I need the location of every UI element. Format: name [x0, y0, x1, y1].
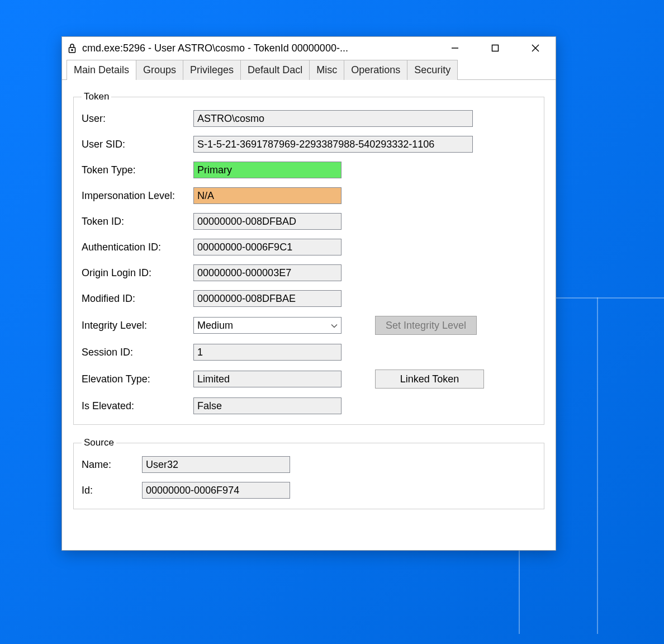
impersonation-level-field[interactable]: N/A: [193, 187, 342, 204]
impersonation-level-label: Impersonation Level:: [82, 190, 193, 202]
tab-groups[interactable]: Groups: [136, 60, 183, 80]
integrity-level-label: Integrity Level:: [82, 320, 193, 332]
elevation-type-field[interactable]: Limited: [193, 371, 342, 387]
maximize-button[interactable]: [475, 37, 515, 59]
tab-operations[interactable]: Operations: [344, 60, 407, 80]
origin-login-id-label: Origin Login ID:: [82, 267, 193, 279]
tab-main-details[interactable]: Main Details: [67, 60, 136, 80]
window-titlebar[interactable]: cmd.exe:5296 - User ASTRO\cosmo - TokenI…: [62, 37, 556, 59]
tab-privileges[interactable]: Privileges: [183, 60, 241, 80]
tab-misc[interactable]: Misc: [309, 60, 344, 80]
source-groupbox: Source Name: User32 Id: 00000000-0006F97…: [73, 437, 544, 509]
tab-default-dacl[interactable]: Default Dacl: [240, 60, 310, 80]
source-name-label: Name:: [82, 459, 142, 471]
token-id-field[interactable]: 00000000-008DFBAD: [193, 213, 342, 230]
window-controls: [435, 37, 556, 59]
source-id-field[interactable]: 00000000-0006F974: [142, 482, 290, 499]
integrity-level-combo[interactable]: Medium: [193, 317, 342, 334]
integrity-level-value: Medium: [197, 320, 233, 332]
origin-login-id-field[interactable]: 00000000-000003E7: [193, 264, 342, 281]
token-type-field[interactable]: Primary: [193, 162, 342, 178]
modified-id-label: Modified ID:: [82, 293, 193, 305]
minimize-button[interactable]: [435, 37, 475, 59]
token-groupbox: Token User: ASTRO\cosmo User SID: S-1-5-…: [73, 91, 544, 425]
tab-content-main-details: Token User: ASTRO\cosmo User SID: S-1-5-…: [62, 79, 556, 548]
svg-rect-3: [492, 45, 499, 51]
user-sid-label: User SID:: [82, 139, 193, 150]
is-elevated-field[interactable]: False: [193, 397, 342, 414]
token-id-label: Token ID:: [82, 216, 193, 228]
is-elevated-label: Is Elevated:: [82, 400, 193, 412]
elevation-type-label: Elevation Type:: [82, 373, 193, 385]
user-label: User:: [82, 113, 193, 125]
tab-security[interactable]: Security: [407, 60, 458, 80]
token-viewer-window: cmd.exe:5296 - User ASTRO\cosmo - TokenI…: [61, 36, 556, 551]
source-groupbox-legend: Source: [82, 437, 116, 448]
source-name-field[interactable]: User32: [142, 456, 290, 473]
linked-token-button[interactable]: Linked Token: [375, 370, 484, 389]
tab-strip: Main Details Groups Privileges Default D…: [62, 59, 556, 80]
set-integrity-level-button[interactable]: Set Integrity Level: [375, 316, 477, 335]
chevron-down-icon: [331, 320, 338, 332]
authentication-id-field[interactable]: 00000000-0006F9C1: [193, 239, 342, 255]
token-type-label: Token Type:: [82, 164, 193, 176]
svg-rect-1: [72, 49, 73, 51]
modified-id-field[interactable]: 00000000-008DFBAE: [193, 290, 342, 307]
close-button[interactable]: [515, 37, 556, 59]
authentication-id-label: Authentication ID:: [82, 242, 193, 253]
user-sid-field[interactable]: S-1-5-21-3691787969-2293387988-540293332…: [193, 136, 473, 153]
source-id-label: Id:: [82, 485, 142, 496]
session-id-label: Session ID:: [82, 347, 193, 358]
lock-icon: [68, 42, 77, 54]
user-field[interactable]: ASTRO\cosmo: [193, 110, 473, 127]
session-id-field[interactable]: 1: [193, 344, 342, 361]
window-title: cmd.exe:5296 - User ASTRO\cosmo - TokenI…: [82, 42, 348, 54]
token-groupbox-legend: Token: [82, 91, 111, 102]
